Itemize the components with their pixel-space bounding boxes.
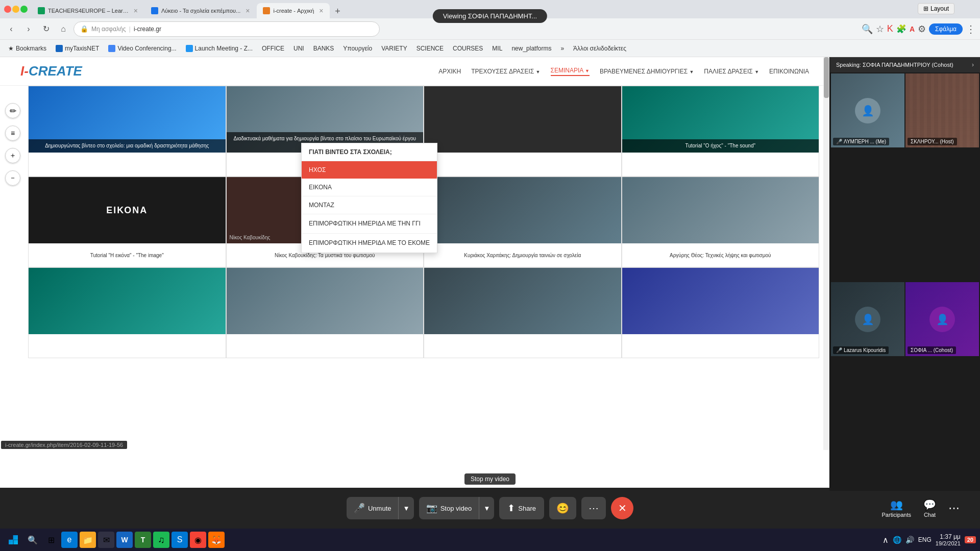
bookmark-other[interactable]: Άλλοι σελιδοδείκτες: [569, 43, 630, 54]
controls-more-button[interactable]: ⋯: [948, 502, 960, 515]
task-view-button[interactable]: ⊞: [43, 532, 59, 548]
zoom-out-tool[interactable]: －: [5, 170, 20, 186]
site-logo[interactable]: I-CREATE: [20, 63, 82, 79]
unmute-caret[interactable]: ▼: [398, 497, 413, 519]
participants-control[interactable]: 👥 Participants: [882, 498, 911, 518]
file-explorer-icon[interactable]: 📁: [80, 532, 96, 548]
pencil-tool[interactable]: ✏: [5, 103, 20, 118]
mail-icon[interactable]: ✉: [98, 532, 114, 548]
nav-archiki[interactable]: ΑΡΧΙΚΗ: [438, 68, 461, 75]
video-card[interactable]: [622, 267, 820, 358]
share-button[interactable]: ⬆ Share: [499, 497, 544, 519]
taskbar-badge: 20: [965, 536, 976, 543]
minimize-button[interactable]: [12, 6, 19, 13]
video-card[interactable]: Αργύρης Θέος: Τεχνικές λήψης και φωτισμο…: [622, 177, 820, 267]
dropdown-item-ixos[interactable]: ΗΧΟΣ: [302, 161, 437, 179]
participant-name: 🎤 Lazarus Kipouridis: [833, 346, 889, 354]
bookmark-variety[interactable]: VARIETY: [377, 43, 411, 54]
stop-video-top-label: Stop my video: [464, 473, 516, 485]
home-button[interactable]: ⌂: [56, 22, 70, 36]
scrollbar-thumb[interactable]: [824, 57, 829, 98]
tab-teachers4europe[interactable]: TEACHERS4EUROPE – Learning ... ×: [32, 3, 144, 18]
edge-icon[interactable]: e: [61, 532, 78, 548]
profile-button[interactable]: Σφάλμα: [929, 23, 963, 35]
video-card[interactable]: [28, 267, 226, 358]
maximize-button[interactable]: [20, 6, 28, 13]
tab-lykeio[interactable]: Λύκειο - Τα σχολεία εκπέμπου... ×: [145, 3, 256, 18]
taskbar-up-arrow[interactable]: ∧: [883, 535, 889, 545]
video-card[interactable]: Δημιουργώντας βίντεο στο σχολείο: μια ομ…: [28, 86, 226, 177]
menu-icon[interactable]: ⋮: [966, 23, 976, 35]
skype-icon[interactable]: S: [172, 532, 188, 548]
star-icon[interactable]: ☆: [876, 23, 884, 35]
bookmark-launch-meeting[interactable]: Launch Meeting - Z...: [182, 43, 257, 54]
bookmark-mytaxisnet[interactable]: myTaxisNET: [52, 43, 103, 54]
nav-epikoinonia[interactable]: ΕΠΙΚΟΙΝΩΝΙΑ: [769, 68, 809, 75]
taskbar-volume-icon: 🔊: [905, 536, 914, 544]
chrome-icon[interactable]: ◉: [190, 532, 206, 548]
bookmark-courses[interactable]: COURSES: [449, 43, 487, 54]
dropdown-item-ekome[interactable]: ΕΠΙΜΟΡΦΩΤΙΚΗ ΗΜΕΡΙΔΑ ΜΕ ΤΟ ΕΚΟΜΕ: [302, 234, 437, 253]
stop-video-button[interactable]: 📷 Stop video: [419, 497, 479, 519]
stop-video-caret[interactable]: ▼: [479, 497, 494, 519]
bookmark-ypourgeio[interactable]: Υπουργείο: [339, 43, 376, 54]
address-bar[interactable]: 🔒 Μη ασφαλής | i-create.gr: [74, 21, 380, 37]
video-card[interactable]: ΕΙΚΟΝΑ Tutorial "Η εικόνα" - "The image": [28, 177, 226, 267]
bookmark-video-conf[interactable]: Video Conferencing...: [104, 43, 180, 54]
firefox-icon[interactable]: 🦊: [208, 532, 225, 548]
back-button[interactable]: ‹: [4, 22, 18, 36]
nav-palies[interactable]: ΠΑΛΙΕΣ ΔΡΑΣΕΙΣ ▼: [704, 68, 759, 75]
window-controls: [0, 6, 32, 13]
bookmark-mil[interactable]: MIL: [488, 43, 506, 54]
nav-trexouses[interactable]: ΤΡΕΧΟΥΣΕΣ ΔΡΑΣΕΙΣ ▼: [471, 68, 540, 75]
participant-name: 🎤 ΛΥΜΠΕΡΗ ... (Me): [833, 138, 889, 145]
list-tool[interactable]: ≡: [5, 126, 20, 141]
tab-close[interactable]: ×: [246, 7, 250, 15]
layout-button[interactable]: ⊞ Layout: [918, 3, 954, 14]
teams-icon[interactable]: T: [135, 532, 151, 548]
search-button[interactable]: 🔍: [24, 532, 41, 548]
chat-control[interactable]: 💬 Chat: [923, 498, 936, 518]
nav-vraveumenes[interactable]: ΒΡΑΒΕΥΜΕΝΕΣ ΔΗΜΙΟΥΡΓΙΕΣ ▼: [600, 68, 694, 75]
bookmark-uni[interactable]: UNI: [289, 43, 308, 54]
more-button[interactable]: ⋯: [581, 497, 606, 519]
bookmark-science[interactable]: SCIENCE: [412, 43, 448, 54]
emoji-button[interactable]: 😊: [549, 497, 576, 519]
vc-arrow[interactable]: ›: [972, 61, 974, 68]
reload-button[interactable]: ↻: [39, 22, 53, 36]
dropdown-item-ggi[interactable]: ΕΠΙΜΟΡΦΩΤΙΚΗ ΗΜΕΡΙΔΑ ΜΕ ΤΗΝ ΓΓΙ: [302, 214, 437, 234]
bookmark-bookmarks[interactable]: ★ Bookmarks: [4, 43, 51, 54]
tab-close[interactable]: ×: [319, 7, 323, 15]
forward-button[interactable]: ›: [21, 22, 36, 36]
zoom-in-tool[interactable]: ＋: [5, 148, 20, 163]
unmute-control: 🎤 Unmute ▼: [347, 497, 414, 519]
tab-icreate[interactable]: i-create - Αρχική ×: [257, 3, 329, 18]
star-icon: ★: [8, 45, 14, 52]
start-button[interactable]: [4, 531, 22, 549]
video-card[interactable]: Κυριάκος Χαριτάκης: Δημιουργία ταινιών σ…: [424, 177, 622, 267]
close-button[interactable]: [4, 6, 11, 13]
video-card[interactable]: Tutorial "Ο ήχος" - "The sound": [622, 86, 820, 177]
word-icon[interactable]: W: [116, 532, 133, 548]
dropdown-item-montaz[interactable]: ΜΟΝΤΑΖ: [302, 196, 437, 214]
bookmark-banks[interactable]: BANKS: [309, 43, 338, 54]
nav-seminaria[interactable]: ΣΕΜΙΝΑΡΙΑ ▼: [551, 67, 590, 76]
search-icon[interactable]: 🔍: [862, 23, 873, 35]
spotify-icon[interactable]: ♫: [153, 532, 169, 548]
video-card[interactable]: [424, 86, 622, 177]
bookmark-more[interactable]: »: [556, 43, 568, 54]
tab-close[interactable]: ×: [134, 7, 138, 15]
settings-icon[interactable]: ⚙: [918, 23, 926, 35]
unmute-button[interactable]: 🎤 Unmute: [347, 497, 399, 519]
bookmark-new-platforms[interactable]: new_platforms: [507, 43, 555, 54]
video-card[interactable]: [424, 267, 622, 358]
dropdown-item-eikona[interactable]: ΕΙΚΟΝΑ: [302, 179, 437, 196]
tab-icon: [38, 7, 45, 14]
leave-button[interactable]: ✕: [611, 497, 633, 519]
new-tab-button[interactable]: +: [331, 4, 345, 18]
video-card[interactable]: [226, 267, 424, 358]
scrollbar-track[interactable]: [823, 57, 829, 450]
bookmark-office[interactable]: OFFICE: [258, 43, 288, 54]
taskbar-lang: ENG: [918, 536, 932, 543]
participant-video: 👤: [905, 282, 979, 356]
